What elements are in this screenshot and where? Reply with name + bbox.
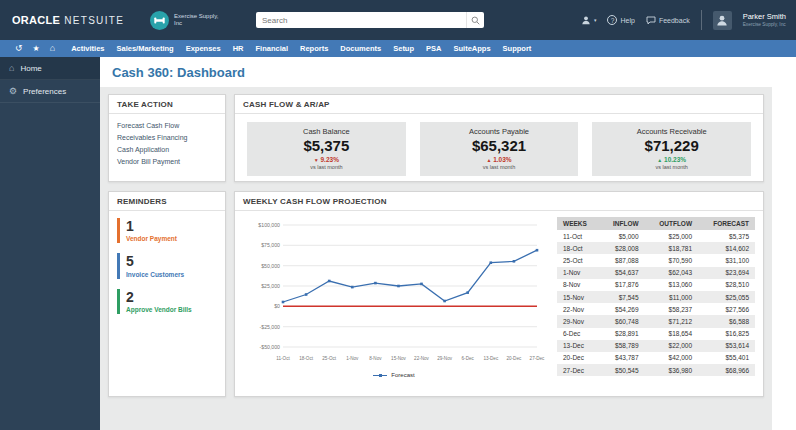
netsuite-wordmark: NETSUITE [64,15,124,26]
menu-item-reports[interactable]: Reports [294,40,334,57]
menu-item-expenses[interactable]: Expenses [180,40,227,57]
svg-text:-$50,000: -$50,000 [260,344,281,350]
menu-item-suiteapps[interactable]: SuiteApps [447,40,496,57]
top-bar: ORACLE NETSUITE Exercise Supply, Inc ▾ ?… [0,0,796,40]
menu-items: ActivitiesSales/MarketingExpensesHRFinan… [65,40,537,57]
cell-value: $28,008 [600,242,645,254]
arrow-up-icon: ▲ [486,157,491,163]
menu-item-documents[interactable]: Documents [334,40,387,57]
feedback-button[interactable]: Feedback [646,16,690,25]
user-avatar[interactable] [713,11,732,30]
cell-value: $5,375 [698,230,755,242]
svg-text:1-Nov: 1-Nov [346,356,359,361]
metric-label: Cash Balance [251,127,402,136]
table-row: 8-Nov$17,876$13,060$28,510 [557,279,755,291]
help-label: Help [620,17,634,24]
help-button[interactable]: ? Help [607,15,634,25]
company-logo-icon [150,11,169,30]
oracle-netsuite-logo[interactable]: ORACLE NETSUITE [12,14,124,26]
right-gutter [772,57,796,430]
metric-caption: vs last month [424,164,575,170]
metric-delta: ▼ 9.23% [251,156,402,163]
cell-week: 15-Nov [557,291,600,303]
right-column: CASH FLOW & AR/AP Cash Balance$5,375▼ 9.… [234,94,764,397]
table-row: 6-Dec$28,891$18,654$16,825 [557,328,755,340]
menu-item-hr[interactable]: HR [227,40,250,57]
favorites-star-icon[interactable]: ★ [28,40,45,57]
cell-value: $53,614 [698,340,755,352]
cell-value: $18,781 [645,242,698,254]
table-row: 13-Dec$58,789$22,000$53,614 [557,340,755,352]
global-search [256,12,484,28]
sidebar-item-label: Preferences [23,87,66,96]
svg-text:18-Oct: 18-Oct [299,356,314,361]
reminders-panel: REMINDERS 1Vendor Payment5Invoice Custom… [108,191,226,397]
recent-records-icon[interactable]: ↺ [10,40,28,57]
company-switcher[interactable]: Exercise Supply, Inc [150,11,224,30]
reminder-approve-vendor-bills[interactable]: 2Approve Vendor Bills [117,289,217,314]
search-input[interactable] [256,16,466,25]
svg-text:$100,000: $100,000 [258,222,280,228]
metric-cards: Cash Balance$5,375▼ 9.23%vs last monthAc… [235,114,763,184]
main-content: Cash 360: Dashboard TAKE ACTION Forecast… [100,57,772,430]
menu-item-support[interactable]: Support [497,40,538,57]
reminder-vendor-payment[interactable]: 1Vendor Payment [117,218,217,243]
reminder-count: 2 [126,290,217,305]
cell-week: 29-Nov [557,315,600,327]
sidebar-item-preferences[interactable]: ⚙Preferences [0,80,100,103]
take-action-link-forecast-cash-flow[interactable]: Forecast Cash Flow [117,119,217,131]
chevron-down-icon: ▾ [594,17,597,23]
menu-item-financial[interactable]: Financial [250,40,295,57]
metric-card-accounts-receivable[interactable]: Accounts Receivable$71,229▲ 10.23%vs las… [592,122,751,176]
left-column: TAKE ACTION Forecast Cash FlowReceivable… [108,94,226,397]
cell-week: 22-Nov [557,303,600,315]
divider [701,10,702,30]
person-icon [716,14,728,26]
metric-card-accounts-payable[interactable]: Accounts Payable$65,321▲ 1.03%vs last mo… [420,122,579,176]
reminder-count: 1 [126,219,217,234]
menu-item-activities[interactable]: Activities [65,40,110,57]
quick-menu-button[interactable]: ▾ [581,15,597,25]
cell-value: $11,000 [645,291,698,303]
cell-value: $58,789 [600,340,645,352]
metric-value: $65,321 [424,137,575,154]
metric-value: $71,229 [596,137,747,154]
take-action-link-vendor-bill-payment[interactable]: Vendor Bill Payment [117,155,217,167]
search-icon[interactable] [466,12,484,28]
table-row: 1-Nov$54,637$62,043$23,694 [557,267,755,279]
column-header-forecast: FORECAST [698,217,755,230]
take-action-link-cash-application[interactable]: Cash Application [117,143,217,155]
cashflow-projection-chart: $100,000$75,000$50,000$25,000$0-$25,000-… [243,217,545,367]
home-shortcut-icon[interactable]: ⌂ [45,40,60,57]
user-menu[interactable]: Parker Smith Exercise Supply, Inc [743,13,786,28]
menu-item-setup[interactable]: Setup [387,40,420,57]
left-sidebar: ⌂Home⚙Preferences [0,57,100,430]
user-name: Parker Smith [743,13,786,21]
metric-delta: ▲ 1.03% [424,156,575,163]
sidebar-items: ⌂Home⚙Preferences [0,57,100,103]
reminder-count: 5 [126,254,217,269]
weekly-projection-table: WEEKSINFLOWOUTFLOWFORECAST 11-Oct$5,000$… [557,217,755,376]
body-row: ⌂Home⚙Preferences Cash 360: Dashboard TA… [0,57,796,430]
menu-item-psa[interactable]: PSA [420,40,447,57]
cash-flow-header: CASH FLOW & AR/AP [235,95,763,114]
column-header-outflow: OUTFLOW [645,217,698,230]
reminder-items: 1Vendor Payment5Invoice Customers2Approv… [109,211,225,331]
menu-item-sales-marketing[interactable]: Sales/Marketing [111,40,180,57]
svg-text:-$25,000: -$25,000 [260,324,281,330]
take-action-link-receivables-financing[interactable]: Receivables Financing [117,131,217,143]
metric-card-cash-balance[interactable]: Cash Balance$5,375▼ 9.23%vs last month [247,122,406,176]
reminders-header: REMINDERS [109,192,225,211]
reminder-invoice-customers[interactable]: 5Invoice Customers [117,253,217,278]
table-row: 27-Dec$50,545$36,980$68,966 [557,364,755,376]
cell-value: $22,000 [645,340,698,352]
sidebar-item-home[interactable]: ⌂Home [0,57,100,80]
cell-value: $28,891 [600,328,645,340]
cell-value: $7,545 [600,291,645,303]
company-name: Exercise Supply, Inc [174,13,224,28]
cell-value: $28,510 [698,279,755,291]
cell-value: $54,637 [600,267,645,279]
metric-value: $5,375 [251,137,402,154]
weekly-projection-header: WEEKLY CASH FLOW PROJECTION [235,192,763,211]
metric-caption: vs last month [596,164,747,170]
